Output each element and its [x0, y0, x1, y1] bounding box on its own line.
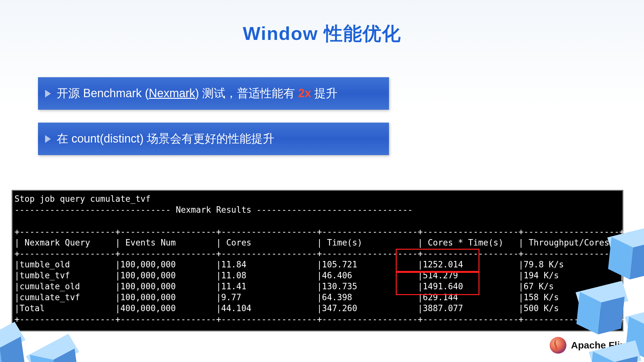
terminal-output: Stop job query cumulate_tvf ------------…: [12, 190, 623, 331]
bullet-2-text: 在 count(distinct) 场景会有更好的性能提升: [57, 131, 274, 147]
bullet-1: 开源 Benchmark (Nexmark) 测试，普适性能有 2x 提升: [38, 77, 389, 110]
highlight-box-2: [396, 272, 479, 295]
bullet-arrow-icon: [45, 90, 51, 97]
nexmark-link[interactable]: Nexmark: [149, 87, 195, 100]
terminal-pre: Stop job query cumulate_tvf ------------…: [14, 193, 619, 325]
bullet-1-text: 开源 Benchmark (Nexmark) 测试，普适性能有 2x 提升: [57, 86, 337, 101]
slide-title: Window 性能优化: [0, 21, 644, 46]
flink-logo-text: Apache Flink: [571, 340, 631, 351]
bullet-list: 开源 Benchmark (Nexmark) 测试，普适性能有 2x 提升 在 …: [38, 77, 389, 168]
slide: Window 性能优化 开源 Benchmark (Nexmark) 测试，普适…: [0, 0, 644, 362]
speedup-badge: 2x: [298, 87, 311, 100]
bullet-2: 在 count(distinct) 场景会有更好的性能提升: [38, 123, 389, 155]
highlight-box-1: [396, 249, 479, 272]
flink-squirrel-icon: [550, 337, 566, 354]
apache-flink-logo: Apache Flink: [550, 337, 631, 354]
bullet-arrow-icon: [45, 135, 51, 143]
